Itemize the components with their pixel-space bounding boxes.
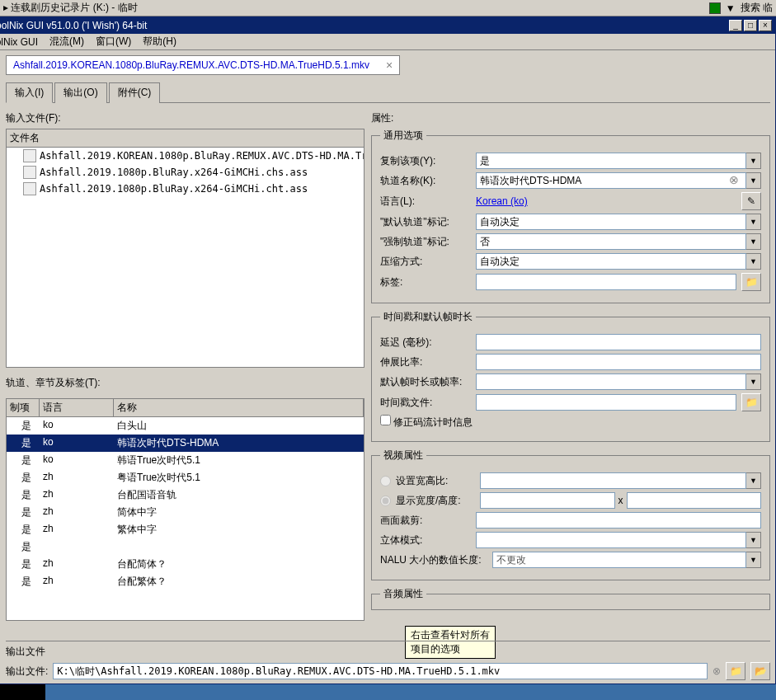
close-button[interactable]: × xyxy=(759,20,772,31)
app-name[interactable]: MKVToolNix GUI xyxy=(0,35,43,49)
col-copy[interactable]: 制项 xyxy=(7,399,40,416)
language-link[interactable]: Korean (ko) xyxy=(476,195,736,207)
default-flag-select[interactable] xyxy=(476,214,746,230)
col-name[interactable]: 名称 xyxy=(114,399,364,416)
track-name-input[interactable] xyxy=(476,172,746,189)
nalu-select xyxy=(492,552,746,568)
file-item[interactable]: Ashfall.2019.1080p.BluRay.x264-GiMCHi.ch… xyxy=(7,181,364,197)
tab-input[interactable]: 输入(I) xyxy=(6,82,53,103)
track-row[interactable]: 是zh简体中字 xyxy=(7,504,364,521)
document-tab[interactable]: Ashfall.2019.KOREAN.1080p.BluRay.REMUX.A… xyxy=(6,55,400,75)
props-label: 属性: xyxy=(371,111,770,125)
file-item[interactable]: Ashfall.2019.1080p.BluRay.x264-GiMCHi.ch… xyxy=(7,164,364,181)
track-row[interactable]: 是ko白头山 xyxy=(7,417,364,435)
edit-icon[interactable]: ✎ xyxy=(741,192,761,210)
tab-attach[interactable]: 附件(C) xyxy=(109,82,161,103)
delay-input[interactable] xyxy=(476,334,761,350)
tracks-label: 轨道、章节及标签(T): xyxy=(6,376,364,390)
menubar: MKVToolNix GUI 混流(M) 窗口(W) 帮助(H) xyxy=(0,34,775,50)
input-files-label: 输入文件(F): xyxy=(6,111,364,125)
close-tab-icon[interactable]: × xyxy=(386,59,393,72)
menu-help[interactable]: 帮助(H) xyxy=(138,33,181,50)
search-label[interactable]: 搜索 临 xyxy=(741,1,773,15)
toolbar-icon[interactable] xyxy=(709,2,721,14)
window-title: MKVToolNix GUI v51.0.0 ('I Wish') 64-bit xyxy=(0,20,147,31)
maximize-button[interactable]: □ xyxy=(744,20,757,31)
aspect-input xyxy=(480,472,746,489)
app-body: Ashfall.2019.KOREAN.1080p.BluRay.REMUX.A… xyxy=(1,50,775,684)
output-path-input[interactable] xyxy=(53,663,708,679)
track-row[interactable]: 是zh台配简体？ xyxy=(7,556,364,573)
track-row[interactable]: 是ko韩语True次时代5.1 xyxy=(7,452,364,469)
recent-output-icon[interactable]: 📂 xyxy=(750,662,770,680)
menu-mux[interactable]: 混流(M) xyxy=(45,33,89,50)
menu-window[interactable]: 窗口(W) xyxy=(91,33,136,50)
output-file-label: 输出文件: xyxy=(6,665,48,679)
disp-wh-radio[interactable] xyxy=(380,496,391,506)
crop-input xyxy=(476,512,761,529)
track-row[interactable]: 是zh粤语True次时代5.1 xyxy=(7,469,364,486)
file-item[interactable]: Ashfall.2019.KOREAN.1080p.BluRay.REMUX.A… xyxy=(7,148,364,164)
def-dur-input[interactable] xyxy=(476,373,746,390)
copy-this-select[interactable] xyxy=(476,153,746,169)
disp-h-input xyxy=(627,492,762,509)
dropdown-icon[interactable]: ▼ xyxy=(746,172,761,189)
stereo-select xyxy=(476,532,746,548)
clear-output-icon[interactable]: ⊗ xyxy=(713,665,721,677)
breadcrumb[interactable]: ▸ 连载剧历史记录片 (K:) - 临时 xyxy=(3,1,138,15)
group-video: 视频属性 设置宽高比: ▼ 显示宽度/高度: x 画面裁剪: 立体模式:▼ NA… xyxy=(371,449,770,580)
explorer-topbar: ▸ 连载剧历史记录片 (K:) - 临时 ▼ 搜索 临 xyxy=(0,0,776,16)
track-row[interactable]: 是zh台配繁体？ xyxy=(7,573,364,590)
aspect-radio[interactable] xyxy=(380,476,391,486)
input-files-list[interactable]: 文件名 Ashfall.2019.KOREAN.1080p.BluRay.REM… xyxy=(6,129,364,368)
forced-flag-select[interactable] xyxy=(476,233,746,250)
group-audio: 音频属性 xyxy=(371,587,770,610)
disp-w-input xyxy=(480,492,615,509)
track-row[interactable]: 是ko韩语次时代DTS-HDMA xyxy=(7,435,364,452)
app-window: ◈ MKVToolNix GUI v51.0.0 ('I Wish') 64-b… xyxy=(0,16,776,684)
group-time: 时间戳和默认帧时长 延迟 (毫秒): 伸展比率: 默认帧时长或帧率:▼ 时间戳文… xyxy=(371,310,770,442)
col-lang[interactable]: 语言 xyxy=(40,399,114,416)
track-row[interactable]: 是zh台配国语音轨 xyxy=(7,486,364,504)
tracks-list[interactable]: 制项 语言 名称 是ko白头山是ko韩语次时代DTS-HDMA是ko韩语True… xyxy=(6,398,364,621)
tags-input[interactable] xyxy=(476,274,736,290)
tc-file-input[interactable] xyxy=(476,394,736,411)
dropdown-icon[interactable]: ▼ xyxy=(746,153,761,169)
filename-header[interactable]: 文件名 xyxy=(7,129,364,148)
clear-icon[interactable]: ⊗ xyxy=(728,174,740,186)
browse-icon[interactable]: 📁 xyxy=(741,273,761,291)
minimize-button[interactable]: _ xyxy=(729,20,742,31)
group-general: 通用选项 复制该项(Y): ▼ 轨道名称(K): ⊗ ▼ xyxy=(371,129,770,303)
tab-output[interactable]: 输出(O) xyxy=(54,82,106,103)
track-row[interactable]: 是zh繁体中字 xyxy=(7,521,364,538)
compress-select[interactable] xyxy=(476,253,746,270)
track-row[interactable]: 是 xyxy=(7,538,364,556)
inner-tabs: 输入(I) 输出(O) 附件(C) xyxy=(6,82,770,103)
browse-icon[interactable]: 📁 xyxy=(741,393,761,411)
titlebar[interactable]: ◈ MKVToolNix GUI v51.0.0 ('I Wish') 64-b… xyxy=(0,17,775,34)
stretch-input[interactable] xyxy=(476,354,761,370)
output-section-label: 输出文件 xyxy=(6,641,770,659)
browse-output-icon[interactable]: 📁 xyxy=(726,662,745,680)
fix-bs-checkbox[interactable]: 修正码流计时信息 xyxy=(380,415,473,430)
